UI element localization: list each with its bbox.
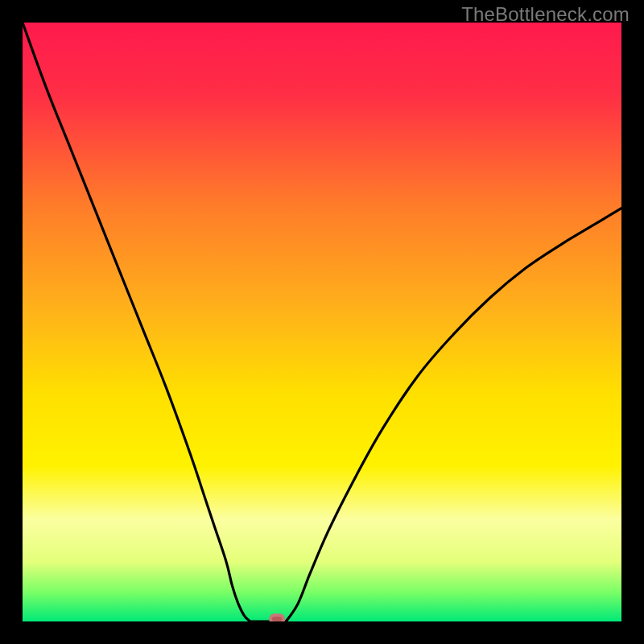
chart-frame: TheBottleneck.com (0, 0, 644, 644)
marker-group (270, 615, 283, 621)
watermark-text: TheBottleneck.com (461, 3, 630, 26)
chart-background (23, 23, 621, 621)
chart-svg (23, 23, 621, 621)
plot-area (23, 23, 621, 621)
optimal-point-marker (270, 615, 283, 621)
